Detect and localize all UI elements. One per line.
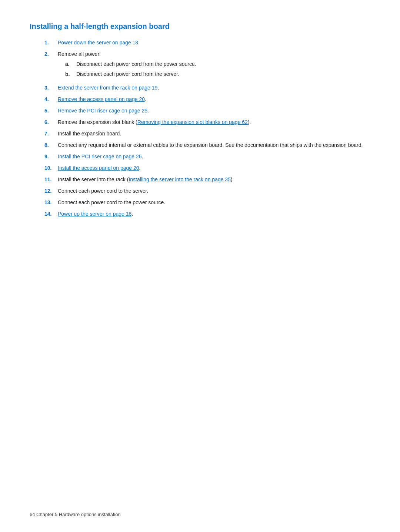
list-item: 9.Install the PCI riser cage on page 26. [44, 153, 370, 161]
step-content: Connect any required internal or externa… [58, 141, 370, 149]
step-number: 8. [44, 141, 58, 149]
step-link[interactable]: Install the access panel on page 20 [58, 165, 139, 171]
step-number: 7. [44, 130, 58, 138]
list-item: 3.Extend the server from the rack on pag… [44, 84, 370, 92]
list-item: 1.Power down the server on page 18. [44, 39, 370, 47]
step-content: Install the expansion board. [58, 130, 370, 138]
step-content: Install the server into the rack (Instal… [58, 176, 370, 183]
step-content: Install the PCI riser cage on page 26. [58, 153, 370, 161]
step-link[interactable]: Removing the expansion slot blanks on pa… [137, 119, 248, 125]
step-content: Power up the server on page 18. [58, 210, 370, 218]
sub-step-number: b. [65, 70, 76, 78]
step-content: Install the access panel on page 20. [58, 164, 370, 172]
list-item: 13.Connect each power cord to the power … [44, 199, 370, 206]
step-content: Remove the access panel on page 20. [58, 95, 370, 103]
step-link[interactable]: Remove the access panel on page 20 [58, 96, 145, 102]
step-link[interactable]: Install the PCI riser cage on page 26 [58, 154, 141, 159]
list-item: 8.Connect any required internal or exter… [44, 141, 370, 149]
step-link[interactable]: Power down the server on page 18 [58, 40, 138, 46]
sub-list: a.Disconnect each power cord from the po… [65, 60, 370, 78]
list-item: 2.Remove all power:a.Disconnect each pow… [44, 50, 370, 80]
step-link[interactable]: Remove the PCI riser cage on page 25 [58, 108, 147, 114]
step-number: 1. [44, 39, 58, 47]
list-item: 14.Power up the server on page 18. [44, 210, 370, 218]
step-link[interactable]: Extend the server from the rack on page … [58, 85, 157, 91]
list-item: 6.Remove the expansion slot blank (Remov… [44, 118, 370, 126]
footer: 64 Chapter 5 Hardware options installati… [30, 512, 121, 517]
list-item: 4.Remove the access panel on page 20. [44, 95, 370, 103]
step-number: 2. [44, 50, 58, 58]
main-steps-list: 1.Power down the server on page 18.2.Rem… [44, 39, 370, 218]
step-number: 12. [44, 187, 58, 195]
step-number: 4. [44, 95, 58, 103]
step-number: 6. [44, 118, 58, 126]
step-number: 10. [44, 164, 58, 172]
step-content: Connect each power cord to the server. [58, 187, 370, 195]
step-number: 9. [44, 153, 58, 161]
list-item: 10.Install the access panel on page 20. [44, 164, 370, 172]
sub-list-item: a.Disconnect each power cord from the po… [65, 60, 370, 68]
list-item: 7.Install the expansion board. [44, 130, 370, 138]
sub-step-number: a. [65, 60, 76, 68]
step-content: Connect each power cord to the power sou… [58, 199, 370, 206]
step-content: Remove the expansion slot blank (Removin… [58, 118, 370, 126]
step-number: 5. [44, 107, 58, 115]
step-content: Extend the server from the rack on page … [58, 84, 370, 92]
step-link[interactable]: Installing the server into the rack on p… [129, 176, 231, 182]
sub-step-content: Disconnect each power cord from the serv… [76, 70, 179, 78]
step-number: 13. [44, 199, 58, 206]
step-number: 3. [44, 84, 58, 92]
sub-list-item: b.Disconnect each power cord from the se… [65, 70, 370, 78]
step-link[interactable]: Power up the server on page 18 [58, 211, 131, 217]
sub-step-content: Disconnect each power cord from the powe… [76, 60, 196, 68]
section-title: Installing a half-length expansion board [30, 22, 370, 31]
list-item: 12.Connect each power cord to the server… [44, 187, 370, 195]
step-content: Remove the PCI riser cage on page 25. [58, 107, 370, 115]
list-item: 5.Remove the PCI riser cage on page 25. [44, 107, 370, 115]
step-content: Power down the server on page 18. [58, 39, 370, 47]
step-content: Remove all power:a.Disconnect each power… [58, 50, 370, 80]
page-content: Installing a half-length expansion board… [0, 0, 400, 532]
list-item: 11.Install the server into the rack (Ins… [44, 176, 370, 183]
step-number: 14. [44, 210, 58, 218]
step-number: 11. [44, 176, 58, 183]
